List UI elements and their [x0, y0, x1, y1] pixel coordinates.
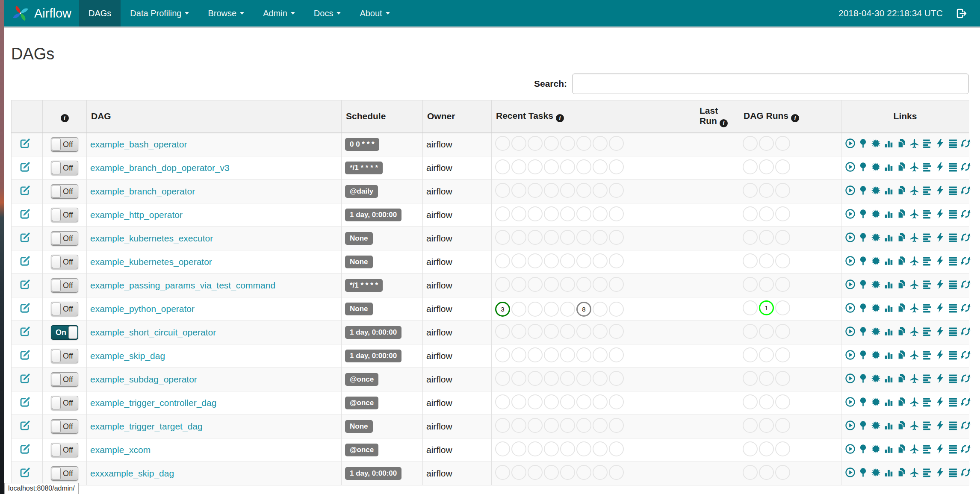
info-icon[interactable]: i — [791, 114, 799, 122]
bar-chart-icon[interactable] — [883, 373, 894, 384]
lightning-icon[interactable] — [935, 162, 945, 172]
plane-icon[interactable] — [909, 256, 920, 266]
copy-icon[interactable] — [896, 162, 907, 172]
refresh-icon[interactable] — [960, 326, 971, 337]
plane-icon[interactable] — [909, 397, 920, 407]
bar-chart-icon[interactable] — [883, 232, 894, 243]
refresh-icon[interactable] — [960, 303, 971, 313]
gantt-icon[interactable] — [922, 420, 933, 431]
schedule-badge[interactable]: @once — [345, 373, 378, 386]
dag-pause-toggle[interactable]: Off — [51, 466, 78, 481]
dag-link[interactable]: example_subdag_operator — [90, 374, 197, 384]
bar-chart-icon[interactable] — [883, 326, 894, 337]
play-circle-icon[interactable] — [845, 397, 856, 407]
edit-dag-button[interactable] — [19, 420, 31, 431]
dag-pause-toggle[interactable]: Off — [51, 255, 78, 269]
list-icon[interactable] — [948, 444, 958, 454]
edit-dag-button[interactable] — [19, 208, 31, 220]
refresh-icon[interactable] — [960, 185, 971, 196]
bar-chart-icon[interactable] — [883, 209, 894, 219]
dag-link[interactable]: example_kubernetes_operator — [90, 257, 212, 267]
edit-dag-button[interactable] — [19, 396, 31, 408]
gantt-icon[interactable] — [922, 185, 933, 196]
plane-icon[interactable] — [909, 185, 920, 196]
nav-item-browse[interactable]: Browse — [198, 0, 254, 26]
sunburst-icon[interactable] — [871, 185, 881, 196]
dag-link[interactable]: example_branch_operator — [90, 186, 195, 196]
nav-item-dags[interactable]: DAGs — [79, 0, 121, 26]
list-icon[interactable] — [948, 420, 958, 431]
nav-item-data-profiling[interactable]: Data Profiling — [121, 0, 198, 26]
play-circle-icon[interactable] — [845, 209, 856, 219]
lightning-icon[interactable] — [935, 185, 945, 196]
plane-icon[interactable] — [909, 232, 920, 243]
tree-icon[interactable] — [858, 397, 868, 407]
edit-dag-button[interactable] — [19, 161, 31, 173]
sunburst-icon[interactable] — [871, 162, 881, 172]
dag-pause-toggle[interactable]: Off — [51, 184, 78, 199]
dag-link[interactable]: exxxample_skip_dag — [90, 468, 174, 478]
sunburst-icon[interactable] — [871, 467, 881, 478]
dag-run-circle[interactable]: 1 — [759, 300, 774, 315]
dag-pause-toggle[interactable]: On — [51, 325, 78, 340]
sunburst-icon[interactable] — [871, 303, 881, 313]
nav-item-admin[interactable]: Admin — [254, 0, 304, 26]
dag-link[interactable]: example_xcom — [90, 445, 151, 455]
tree-icon[interactable] — [858, 303, 868, 313]
play-circle-icon[interactable] — [845, 467, 856, 478]
refresh-icon[interactable] — [960, 256, 971, 266]
schedule-badge[interactable]: 1 day, 0:00:00 — [345, 326, 401, 339]
schedule-badge[interactable]: None — [345, 420, 373, 433]
bar-chart-icon[interactable] — [883, 185, 894, 196]
lightning-icon[interactable] — [935, 467, 945, 478]
edit-dag-button[interactable] — [19, 255, 31, 267]
tree-icon[interactable] — [858, 420, 868, 431]
dag-pause-toggle[interactable]: Off — [51, 161, 78, 175]
plane-icon[interactable] — [909, 209, 920, 219]
play-circle-icon[interactable] — [845, 256, 856, 266]
refresh-icon[interactable] — [960, 162, 971, 172]
info-icon[interactable]: i — [556, 114, 564, 122]
plane-icon[interactable] — [909, 467, 920, 478]
schedule-badge[interactable]: @daily — [345, 185, 378, 198]
dag-link[interactable]: example_branch_dop_operator_v3 — [90, 163, 230, 173]
header-last-run[interactable]: Last Runi — [695, 100, 739, 133]
nav-item-about[interactable]: About — [350, 0, 399, 26]
play-circle-icon[interactable] — [845, 350, 856, 360]
gantt-icon[interactable] — [922, 138, 933, 149]
dag-link[interactable]: example_trigger_target_dag — [90, 421, 203, 431]
dag-link[interactable]: example_trigger_controller_dag — [90, 398, 216, 408]
edit-dag-button[interactable] — [19, 302, 31, 314]
header-owner[interactable]: Owner — [423, 100, 492, 133]
gantt-icon[interactable] — [922, 326, 933, 337]
lightning-icon[interactable] — [935, 303, 945, 313]
lightning-icon[interactable] — [935, 350, 945, 360]
gantt-icon[interactable] — [922, 256, 933, 266]
plane-icon[interactable] — [909, 444, 920, 454]
copy-icon[interactable] — [896, 303, 907, 313]
lightning-icon[interactable] — [935, 373, 945, 384]
header-dag-runs[interactable]: DAG Runsi — [739, 100, 841, 133]
recent-task-circle[interactable]: 3 — [495, 302, 510, 317]
dag-link[interactable]: example_short_circuit_operator — [90, 327, 216, 337]
bar-chart-icon[interactable] — [883, 350, 894, 360]
dag-link[interactable]: example_bash_operator — [90, 139, 187, 149]
schedule-badge[interactable]: 0 0 * * * — [345, 138, 379, 151]
list-icon[interactable] — [948, 162, 958, 172]
lightning-icon[interactable] — [935, 256, 945, 266]
play-circle-icon[interactable] — [845, 444, 856, 454]
list-icon[interactable] — [948, 467, 958, 478]
sunburst-icon[interactable] — [871, 373, 881, 384]
tree-icon[interactable] — [858, 256, 868, 266]
sunburst-icon[interactable] — [871, 209, 881, 219]
tree-icon[interactable] — [858, 209, 868, 219]
tree-icon[interactable] — [858, 444, 868, 454]
bar-chart-icon[interactable] — [883, 256, 894, 266]
dag-pause-toggle[interactable]: Off — [51, 278, 78, 293]
gantt-icon[interactable] — [922, 350, 933, 360]
list-icon[interactable] — [948, 350, 958, 360]
tree-icon[interactable] — [858, 373, 868, 384]
edit-dag-button[interactable] — [19, 279, 31, 290]
copy-icon[interactable] — [896, 420, 907, 431]
dag-pause-toggle[interactable]: Off — [51, 302, 78, 316]
